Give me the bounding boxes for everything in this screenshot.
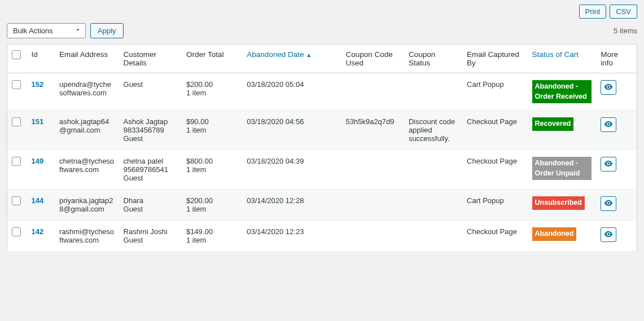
view-details-button[interactable] <box>601 80 616 95</box>
customer-cell: chetna patel95689786541Guest <box>119 150 182 190</box>
col-customer: Customer Details <box>119 45 182 73</box>
coupon-status-cell: Discount code applied successfully. <box>404 111 462 150</box>
eye-icon <box>604 200 613 208</box>
col-coupon-status: Coupon Status <box>404 45 462 73</box>
status-badge: Abandoned - Order Received <box>532 80 592 103</box>
eye-icon <box>604 83 613 92</box>
status-badge: Unsubscribed <box>532 196 585 210</box>
order-total-cell: $90.001 item <box>182 111 242 150</box>
order-total-cell: $149.001 item <box>182 221 242 252</box>
apply-button[interactable]: Apply <box>90 23 124 38</box>
coupon-cell <box>341 150 404 190</box>
view-details-button[interactable] <box>601 227 616 242</box>
captured-by-cell: Cart Popup <box>462 73 528 111</box>
view-details-button[interactable] <box>601 196 616 211</box>
sort-asc-icon: ▲ <box>306 52 312 58</box>
table-row: 142rashmi@tychesoftwares.comRashmi Joshi… <box>7 221 637 252</box>
col-cart-status[interactable]: Status of Cart <box>528 45 597 73</box>
view-details-button[interactable] <box>601 157 616 172</box>
id-link[interactable]: 151 <box>32 117 44 126</box>
id-link[interactable]: 144 <box>32 196 44 205</box>
date-cell: 03/18/2020 04:39 <box>242 150 341 190</box>
row-checkbox[interactable] <box>12 227 21 236</box>
email-cell: rashmi@tychesoftwares.com <box>55 221 119 252</box>
coupon-status-cell <box>404 190 462 221</box>
eye-icon <box>604 121 613 129</box>
coupon-cell <box>341 190 404 221</box>
coupon-cell <box>341 221 404 252</box>
captured-by-cell: Checkout Page <box>462 111 528 150</box>
date-cell: 03/14/2020 12:28 <box>242 190 341 221</box>
csv-button[interactable]: CSV <box>610 5 637 19</box>
customer-cell: Rashmi JoshiGuest <box>119 221 182 252</box>
coupon-cell: 53h5k9a2q7d9 <box>341 111 404 150</box>
col-more-info: More info <box>596 45 637 73</box>
captured-by-cell: Checkout Page <box>462 221 528 252</box>
customer-cell: Guest <box>119 73 182 111</box>
col-email-captured: Email Captured By <box>462 45 528 73</box>
items-count: 5 items <box>614 27 637 35</box>
coupon-cell <box>341 73 404 111</box>
status-badge: Abandoned <box>532 227 577 241</box>
eye-icon <box>604 160 613 169</box>
date-cell: 03/18/2020 05:04 <box>242 73 341 111</box>
abandoned-carts-table: Id Email Address Customer Details Order … <box>7 44 637 252</box>
order-total-cell: $200.001 item <box>182 73 242 111</box>
captured-by-cell: Checkout Page <box>462 150 528 190</box>
date-cell: 03/18/2020 04:56 <box>242 111 341 150</box>
status-badge: Abandoned - Order Unpaid <box>532 157 592 180</box>
captured-by-cell: Cart Popup <box>462 190 528 221</box>
id-link[interactable]: 149 <box>32 157 44 165</box>
order-total-cell: $800.001 item <box>182 150 242 190</box>
row-checkbox[interactable] <box>12 196 21 205</box>
email-cell: upendra@tychesoftwares.com <box>55 73 119 111</box>
customer-cell: Ashok Jagtap9833456789Guest <box>119 111 182 150</box>
id-link[interactable]: 142 <box>32 227 44 236</box>
print-button[interactable]: Print <box>579 5 607 19</box>
order-total-cell: $200.001 item <box>182 190 242 221</box>
bulk-actions-select[interactable]: Bulk Actions <box>7 23 86 38</box>
coupon-status-cell <box>404 73 462 111</box>
col-coupon-used: Coupon Code Used <box>341 45 404 73</box>
customer-cell: DharaGuest <box>119 190 182 221</box>
col-id[interactable]: Id <box>27 45 55 73</box>
col-abandoned-date[interactable]: Abandoned Date ▲ <box>242 45 341 73</box>
view-details-button[interactable] <box>601 117 616 132</box>
row-checkbox[interactable] <box>12 80 21 89</box>
email-cell: ashok.jagtap64@gmail.com <box>55 111 119 150</box>
coupon-status-cell <box>404 150 462 190</box>
date-cell: 03/14/2020 12:23 <box>242 221 341 252</box>
select-all-checkbox[interactable] <box>12 50 21 59</box>
table-row: 151ashok.jagtap64@gmail.comAshok Jagtap9… <box>7 111 637 150</box>
id-link[interactable]: 152 <box>32 80 44 89</box>
eye-icon <box>604 231 613 239</box>
table-row: 149chetna@tychesoftwares.comchetna patel… <box>7 150 637 190</box>
table-row: 152upendra@tychesoftwares.comGuest$200.0… <box>7 73 637 111</box>
email-cell: chetna@tychesoftwares.com <box>55 150 119 190</box>
status-badge: Recovered <box>532 117 574 131</box>
row-checkbox[interactable] <box>12 157 21 166</box>
coupon-status-cell <box>404 221 462 252</box>
table-row: 144priyanka.jagtap28@gmail.comDharaGuest… <box>7 190 637 221</box>
col-email[interactable]: Email Address <box>55 45 119 73</box>
email-cell: priyanka.jagtap28@gmail.com <box>55 190 119 221</box>
col-order-total: Order Total <box>182 45 242 73</box>
row-checkbox[interactable] <box>12 117 21 126</box>
